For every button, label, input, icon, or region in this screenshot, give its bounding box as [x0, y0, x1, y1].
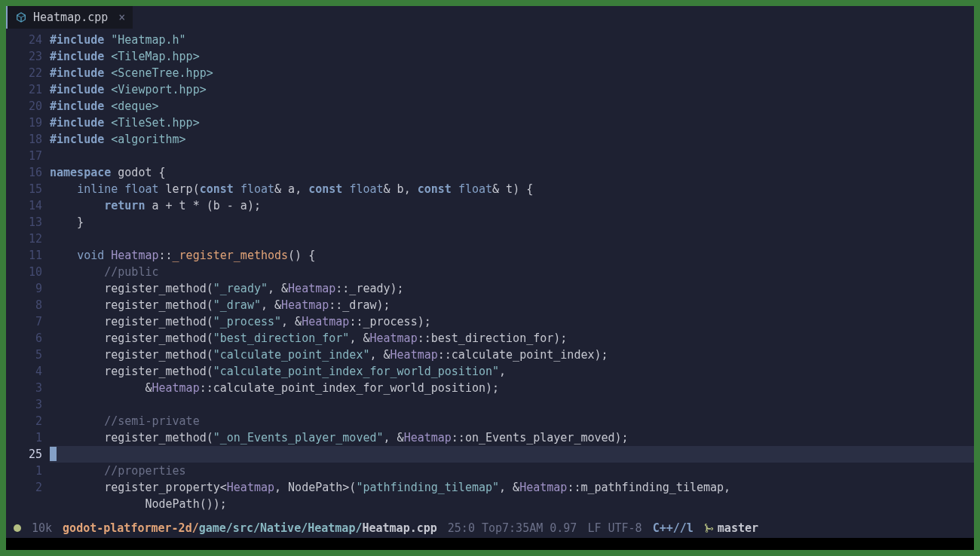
- token: #include: [50, 66, 104, 80]
- line-content[interactable]: [50, 446, 974, 463]
- code-line[interactable]: 19#include <TileSet.hpp>: [6, 115, 974, 131]
- token: &: [274, 182, 288, 196]
- code-line[interactable]: 17: [6, 148, 974, 164]
- token: "pathfinding_tilemap": [356, 481, 499, 494]
- token: [452, 182, 458, 196]
- line-content[interactable]: register_method("_on_Events_player_moved…: [50, 429, 974, 446]
- file-path: godot-platformer-2d/game/src/Native/Heat…: [63, 521, 437, 535]
- token: Heatmap: [227, 481, 274, 494]
- code-line[interactable]: 8 register_method("_draw", &Heatmap::_dr…: [6, 297, 974, 313]
- code-line[interactable]: 4 register_method("calculate_point_index…: [6, 363, 974, 380]
- line-number: 17: [6, 148, 50, 164]
- code-line[interactable]: 23#include <TileMap.hpp>: [6, 48, 974, 65]
- token: _register_methods: [173, 249, 289, 262]
- line-content[interactable]: #include <deque>: [50, 98, 974, 115]
- line-content[interactable]: register_method("_ready", &Heatmap::_rea…: [50, 280, 974, 297]
- code-editor[interactable]: 24#include "Heatmap.h"23#include <TileMa…: [6, 29, 974, 518]
- line-content[interactable]: #include <TileSet.hpp>: [50, 115, 974, 131]
- code-line[interactable]: 2 //semi-private: [6, 413, 974, 429]
- token: <algorithm>: [111, 133, 185, 146]
- close-icon[interactable]: ×: [118, 11, 125, 24]
- command-line-area[interactable]: [6, 538, 974, 550]
- token: &: [492, 182, 506, 196]
- code-line[interactable]: 25: [6, 446, 974, 463]
- line-content[interactable]: #include <algorithm>: [50, 131, 974, 148]
- line-content[interactable]: register_method("_draw", &Heatmap::_draw…: [50, 297, 974, 313]
- line-number: 15: [6, 181, 50, 197]
- language-mode[interactable]: C++//l: [653, 521, 694, 535]
- line-content[interactable]: void Heatmap::_register_methods() {: [50, 247, 974, 264]
- line-content[interactable]: [50, 231, 974, 247]
- token: lerp: [166, 182, 193, 196]
- line-content[interactable]: [50, 396, 974, 413]
- code-line[interactable]: 2 register_property<Heatmap, NodePath>("…: [6, 479, 974, 496]
- code-line[interactable]: 9 register_method("_ready", &Heatmap::_r…: [6, 280, 974, 297]
- code-line[interactable]: 20#include <deque>: [6, 98, 974, 115]
- line-content[interactable]: //properties: [50, 463, 974, 479]
- cpp-file-icon: [15, 11, 27, 23]
- tab-heatmap[interactable]: Heatmap.cpp ×: [6, 6, 133, 29]
- token: [104, 50, 111, 63]
- token: "Heatmap.h": [111, 33, 185, 47]
- code-line[interactable]: 10 //public: [6, 264, 974, 280]
- token: Heatmap: [302, 315, 349, 328]
- line-content[interactable]: inline float lerp(const float& a, const …: [50, 181, 974, 197]
- token: NodePath());: [50, 497, 227, 511]
- code-line[interactable]: 11 void Heatmap::_register_methods() {: [6, 247, 974, 264]
- line-number: 12: [6, 231, 50, 247]
- line-number: 1: [6, 429, 50, 446]
- path-segment: game/src/Native/Heatmap/: [199, 521, 363, 535]
- line-content[interactable]: register_property<Heatmap, NodePath>("pa…: [50, 479, 974, 496]
- line-content[interactable]: register_method("calculate_point_index_f…: [50, 363, 974, 380]
- code-line[interactable]: 14 return a + t * (b - a);: [6, 197, 974, 214]
- code-line[interactable]: 3: [6, 396, 974, 413]
- token: [104, 133, 111, 146]
- line-content[interactable]: register_method("_process", &Heatmap::_p…: [50, 313, 974, 330]
- line-content[interactable]: //semi-private: [50, 413, 974, 429]
- token: , &: [261, 298, 281, 312]
- cursor: [50, 447, 57, 461]
- code-line[interactable]: 13 }: [6, 214, 974, 231]
- line-content[interactable]: #include <Viewport.hpp>: [50, 81, 974, 98]
- token: [111, 166, 118, 179]
- code-line[interactable]: 1 register_method("_on_Events_player_mov…: [6, 429, 974, 446]
- line-content[interactable]: return a + t * (b - a);: [50, 197, 974, 214]
- line-content[interactable]: register_method("calculate_point_index",…: [50, 347, 974, 363]
- line-number: 25: [6, 446, 50, 463]
- tab-bar: Heatmap.cpp ×: [6, 6, 974, 29]
- code-line[interactable]: 22#include <SceneTree.hpp>: [6, 65, 974, 81]
- token: , &: [349, 331, 369, 345]
- token: register_method(: [50, 365, 213, 378]
- code-line[interactable]: 1 //properties: [6, 463, 974, 479]
- token: [104, 83, 111, 96]
- code-line[interactable]: 3 &Heatmap::calculate_point_index_for_wo…: [6, 380, 974, 396]
- token: &: [50, 381, 152, 395]
- line-content[interactable]: //public: [50, 264, 974, 280]
- code-line[interactable]: 18#include <algorithm>: [6, 131, 974, 148]
- code-line[interactable]: 15 inline float lerp(const float& a, con…: [6, 181, 974, 197]
- token: <TileMap.hpp>: [111, 50, 199, 63]
- code-line[interactable]: 21#include <Viewport.hpp>: [6, 81, 974, 98]
- line-number: 11: [6, 247, 50, 264]
- code-line[interactable]: 6 register_method("best_direction_for", …: [6, 330, 974, 347]
- line-content[interactable]: register_method("best_direction_for", &H…: [50, 330, 974, 347]
- code-line[interactable]: 24#include "Heatmap.h": [6, 32, 974, 48]
- line-content[interactable]: &Heatmap::calculate_point_index_for_worl…: [50, 380, 974, 396]
- line-content[interactable]: #include <SceneTree.hpp>: [50, 65, 974, 81]
- code-line[interactable]: 7 register_method("_process", &Heatmap::…: [6, 313, 974, 330]
- branch-name: master: [718, 521, 758, 535]
- code-line[interactable]: 16namespace godot {: [6, 164, 974, 181]
- code-line[interactable]: 12: [6, 231, 974, 247]
- line-content[interactable]: #include "Heatmap.h": [50, 32, 974, 48]
- line-content[interactable]: [50, 148, 974, 164]
- code-line[interactable]: NodePath());: [6, 496, 974, 512]
- token: (: [193, 182, 200, 196]
- file-size: 10k: [32, 521, 52, 535]
- line-content[interactable]: #include <TileMap.hpp>: [50, 48, 974, 65]
- line-content[interactable]: NodePath());: [50, 496, 974, 512]
- token: [104, 33, 111, 47]
- git-branch[interactable]: master: [704, 521, 758, 535]
- line-content[interactable]: namespace godot {: [50, 164, 974, 181]
- line-content[interactable]: }: [50, 214, 974, 231]
- code-line[interactable]: 5 register_method("calculate_point_index…: [6, 347, 974, 363]
